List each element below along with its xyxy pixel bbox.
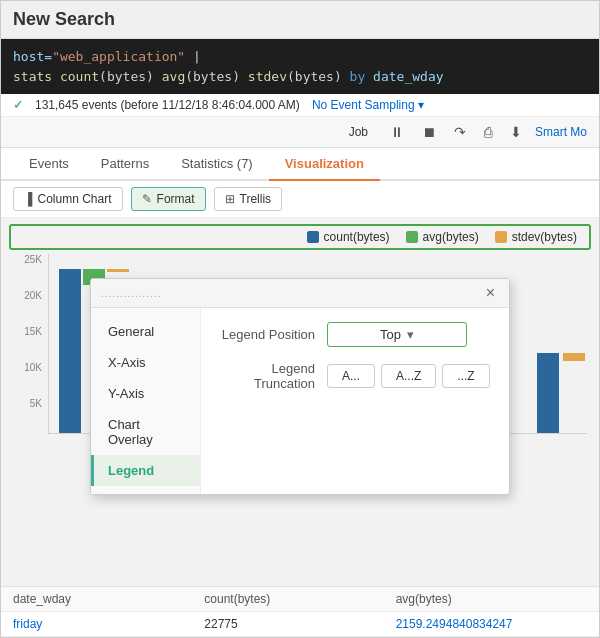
legend-position-control: Top [327, 322, 493, 347]
job-button[interactable]: Job [340, 121, 377, 143]
main-tabs: Events Patterns Statistics (7) Visualiza… [1, 148, 599, 181]
trunc-a-btn[interactable]: A... [327, 364, 375, 388]
nav-legend[interactable]: Legend [91, 455, 200, 486]
trunc-z-btn[interactable]: ...Z [442, 364, 489, 388]
pencil-icon: ✎ [142, 192, 152, 206]
query-stats: stats [13, 69, 60, 84]
pause-icon[interactable]: ⏸ [385, 121, 409, 143]
viz-toolbar: ▐ Column Chart ✎ Format ⊞ Trellis [1, 181, 599, 218]
title-bar: New Search [1, 1, 599, 39]
col-header-avg: avg(bytes) [396, 592, 587, 606]
modal-content: Legend Position Top Legend Truncation A.… [201, 308, 509, 494]
status-bar: ✓ 131,645 events (before 11/12/18 8:46:0… [1, 94, 599, 117]
tab-visualization[interactable]: Visualization [269, 148, 380, 181]
column-chart-label: Column Chart [38, 192, 112, 206]
legend-position-row: Legend Position Top [217, 322, 493, 347]
modal-body: General X-Axis Y-Axis Chart Overlay Lege… [91, 308, 509, 494]
query-date-field: date_wday [373, 69, 443, 84]
format-modal: ................ × General X-Axis Y-Axis… [90, 278, 510, 495]
legend-truncation-control: A... A...Z ...Z [327, 364, 493, 388]
query-stdev: stdev [248, 69, 287, 84]
tab-events[interactable]: Events [13, 148, 85, 181]
status-events-text: 131,645 events (before 11/12/18 8:46:04.… [35, 98, 300, 112]
smart-mode-button[interactable]: Smart Mo [535, 125, 587, 139]
legend-position-dropdown[interactable]: Top [327, 322, 467, 347]
col-header-count: count(bytes) [204, 592, 395, 606]
legend-truncation-label: Legend Truncation [217, 361, 327, 391]
cell-avg: 2159.2494840834247 [396, 617, 587, 631]
table-header-row: date_wday count(bytes) avg(bytes) [1, 587, 599, 612]
query-pipe: | [185, 49, 201, 64]
modal-close-button[interactable]: × [482, 284, 499, 302]
query-by: by [350, 69, 373, 84]
chart-area: count(bytes) avg(bytes) stdev(bytes) 25K… [1, 218, 599, 586]
tab-statistics[interactable]: Statistics (7) [165, 148, 269, 181]
trellis-icon: ⊞ [225, 192, 235, 206]
query-area[interactable]: host="web_application" | stats count(byt… [1, 39, 599, 94]
cell-count: 22775 [204, 617, 395, 631]
drag-handle: ................ [101, 288, 161, 299]
trellis-label: Trellis [240, 192, 272, 206]
page-title: New Search [13, 9, 115, 29]
bar-chart-icon: ▐ [24, 192, 33, 206]
share-icon[interactable]: ↷ [449, 121, 471, 143]
query-count: count [60, 69, 99, 84]
modal-header[interactable]: ................ × [91, 279, 509, 308]
query-host-key: host= [13, 49, 52, 64]
download-icon[interactable]: ⬇ [505, 121, 527, 143]
table-footer: date_wday count(bytes) avg(bytes) friday… [1, 586, 599, 637]
status-check-icon: ✓ [13, 98, 23, 112]
main-window: New Search host="web_application" | stat… [0, 0, 600, 638]
event-sampling-dropdown[interactable]: No Event Sampling [312, 98, 424, 112]
legend-position-label: Legend Position [217, 327, 327, 342]
col-header-date-wday: date_wday [13, 592, 204, 606]
format-label: Format [157, 192, 195, 206]
query-host-value: "web_application" [52, 49, 185, 64]
main-toolbar: Job ⏸ ⏹ ↷ ⎙ ⬇ Smart Mo [1, 117, 599, 148]
trellis-button[interactable]: ⊞ Trellis [214, 187, 283, 211]
stop-icon[interactable]: ⏹ [417, 121, 441, 143]
trunc-az-btn[interactable]: A...Z [381, 364, 436, 388]
nav-general[interactable]: General [91, 316, 200, 347]
print-icon[interactable]: ⎙ [479, 121, 497, 143]
query-avg: avg [162, 69, 185, 84]
modal-sidebar: General X-Axis Y-Axis Chart Overlay Lege… [91, 308, 201, 494]
query-line2: stats count(bytes) avg(bytes) stdev(byte… [13, 67, 587, 87]
table-row: friday 22775 2159.2494840834247 [1, 612, 599, 637]
tab-patterns[interactable]: Patterns [85, 148, 165, 181]
nav-x-axis[interactable]: X-Axis [91, 347, 200, 378]
column-chart-button[interactable]: ▐ Column Chart [13, 187, 123, 211]
query-line1: host="web_application" | [13, 47, 587, 67]
modal-overlay: ................ × General X-Axis Y-Axis… [1, 218, 599, 586]
legend-truncation-row: Legend Truncation A... A...Z ...Z [217, 361, 493, 391]
nav-y-axis[interactable]: Y-Axis [91, 378, 200, 409]
nav-chart-overlay[interactable]: Chart Overlay [91, 409, 200, 455]
format-button[interactable]: ✎ Format [131, 187, 206, 211]
cell-friday[interactable]: friday [13, 617, 204, 631]
